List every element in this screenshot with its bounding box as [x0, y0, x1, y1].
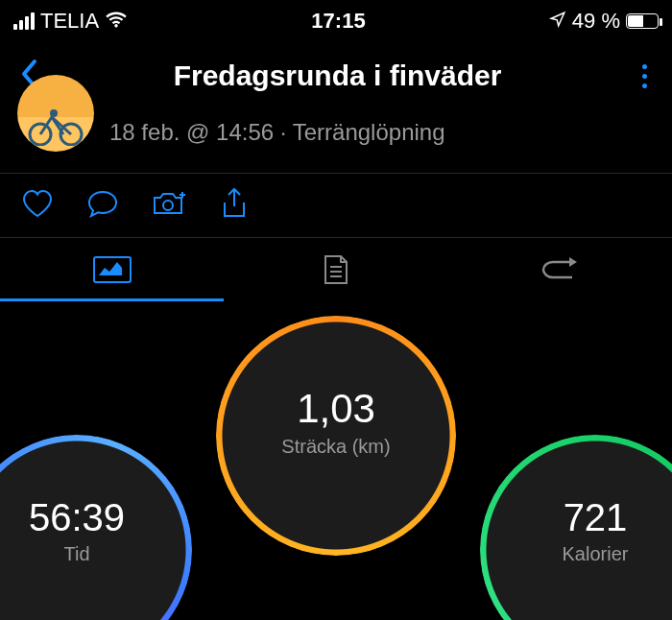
stats-icon [93, 256, 132, 283]
nav-bar: Fredagsrunda i finväder [0, 42, 672, 109]
activity-header: 18 feb. @ 14:56 · Terränglöpning [0, 109, 672, 173]
tab-laps[interactable] [448, 238, 672, 300]
page-title: Fredagsrunda i finväder [174, 60, 502, 92]
tab-bar [0, 237, 672, 300]
carrier-label: TELIA [40, 9, 99, 34]
battery-pct: 49 % [572, 9, 620, 34]
status-bar: TELIA 17:15 49 % [0, 0, 672, 42]
gauge-time[interactable]: 56:39 Tid [0, 435, 192, 620]
action-row [0, 174, 672, 237]
activity-type: Terränglöpning [293, 119, 445, 145]
tab-stats[interactable] [0, 238, 224, 300]
signal-icon [13, 12, 35, 30]
stats-gauges: 56:39 Tid 721 Kalorier 1,03 Sträcka (km) [0, 310, 672, 608]
more-button[interactable] [636, 59, 653, 94]
share-button[interactable] [221, 187, 248, 224]
svg-point-2 [50, 109, 58, 117]
comment-button[interactable] [86, 189, 119, 222]
camera-button[interactable] [152, 189, 188, 222]
activity-timestamp: 18 feb. @ 14:56 [109, 119, 274, 145]
activity-meta: 18 feb. @ 14:56 · Terränglöpning [109, 119, 445, 146]
tab-details[interactable] [224, 238, 447, 300]
location-icon [549, 9, 566, 34]
like-button[interactable] [21, 189, 54, 222]
gauge-distance[interactable]: 1,03 Sträcka (km) [216, 316, 456, 556]
gauge-calories[interactable]: 721 Kalorier [480, 435, 672, 620]
wifi-icon [105, 9, 128, 34]
document-icon [323, 253, 349, 286]
status-time: 17:15 [311, 9, 365, 34]
battery-icon [626, 13, 659, 29]
laps-icon [540, 257, 579, 282]
avatar[interactable] [17, 75, 94, 152]
svg-point-3 [163, 201, 173, 210]
